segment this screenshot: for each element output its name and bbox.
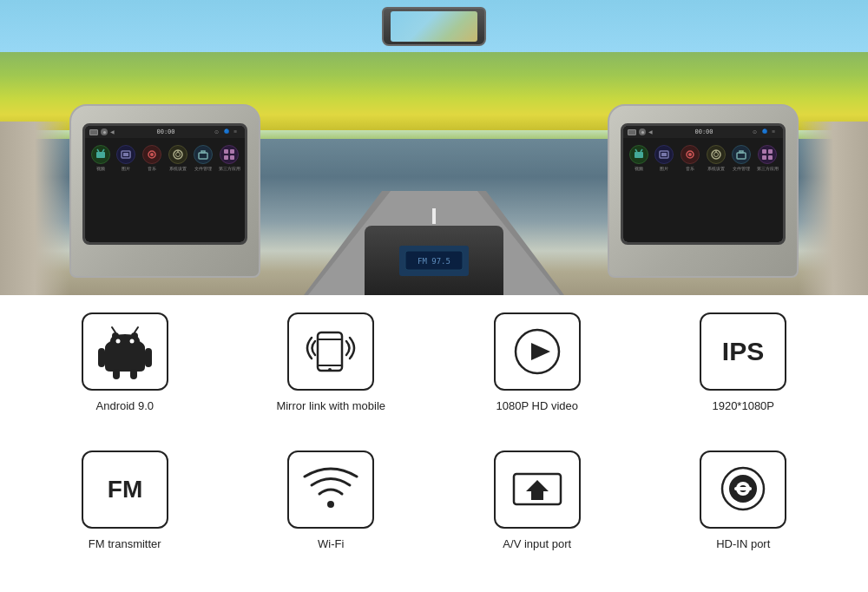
svg-point-52 [328,368,332,372]
svg-point-57 [327,501,334,508]
svg-rect-21 [635,152,643,158]
feature-android: Android 9.0 [26,312,224,437]
wifi-icon [300,461,361,517]
svg-rect-45 [98,348,105,367]
svg-rect-18 [230,149,234,154]
svg-line-6 [97,149,99,152]
center-console: FM 97.5 [365,226,503,295]
feature-av: A/V input port [438,451,636,576]
fm-icon-box: FM [82,451,168,529]
fm-label: FM transmitter [89,537,161,550]
svg-rect-19 [224,155,228,160]
svg-line-41 [112,327,115,332]
mirror-icon-box [287,312,374,391]
hd-label: HD-IN port [716,537,770,550]
svg-rect-9 [123,153,128,156]
svg-rect-25 [661,153,667,156]
svg-rect-33 [762,149,766,154]
svg-rect-20 [230,155,234,160]
svg-rect-34 [768,149,773,154]
svg-point-27 [688,153,692,156]
svg-line-42 [135,327,138,332]
wifi-label: Wi-Fi [318,537,344,550]
av-label: A/V input port [503,537,571,550]
svg-rect-5 [96,152,105,158]
hd-icon [713,461,773,517]
av-icon-box [494,451,581,529]
svg-point-11 [150,153,154,156]
svg-text:FM 97.5: FM 97.5 [418,257,450,266]
ips-icon: IPS [713,324,773,380]
svg-rect-35 [762,155,766,160]
svg-point-44 [129,339,134,343]
svg-rect-2 [432,208,436,224]
svg-marker-32 [740,151,743,153]
svg-text:IPS: IPS [722,337,764,365]
svg-marker-54 [531,343,550,360]
fm-icon: FM [95,461,155,517]
feature-wifi: Wi-Fi [233,451,431,576]
wifi-icon-box [287,451,374,529]
svg-rect-17 [224,149,228,154]
screen-right: ◀ 00:00 ⊙ 🔵 ≋ 视频 [621,123,786,245]
feature-mirror: Mirror link with mobile [233,312,431,437]
svg-rect-48 [130,369,137,379]
svg-line-23 [641,149,642,152]
av-icon [507,461,568,517]
headrest-left: ◀ 00:00 ⊙ 🔵 ≋ 视频 [69,104,260,278]
car-interior-image: ◀ 00:00 ⊙ 🔵 ≋ 视频 [0,0,868,295]
feature-fm: FM FM transmitter [26,451,224,576]
feature-hd: HD-IN port [645,451,843,576]
seat-right-edge [799,122,868,295]
rearview-mirror [382,7,486,46]
svg-rect-47 [113,369,120,379]
svg-rect-64 [734,487,752,490]
svg-rect-46 [145,348,152,367]
screen-left: ◀ 00:00 ⊙ 🔵 ≋ 视频 [82,123,247,245]
ips-icon-box: IPS [700,312,786,391]
svg-marker-16 [201,151,205,153]
hd-icon-box [700,451,786,529]
android-label: Android 9.0 [96,399,155,412]
headrest-right: ◀ 00:00 ⊙ 🔵 ≋ 视频 [608,104,799,278]
console-display: FM 97.5 [399,246,469,276]
svg-point-13 [175,153,180,157]
svg-marker-59 [526,480,549,500]
svg-point-43 [115,339,120,343]
feature-video: 1080P HD video [438,312,636,437]
svg-line-22 [635,149,637,152]
feature-ips: IPS 1920*1080P [645,312,843,437]
video-label: 1080P HD video [496,399,578,412]
svg-text:FM: FM [108,476,142,503]
svg-rect-31 [737,153,746,159]
ips-label: 1920*1080P [712,399,774,412]
features-grid: Android 9.0 Mirror link with mobile [26,312,842,575]
svg-rect-15 [199,153,207,159]
android-icon [95,324,155,380]
android-icon-box [82,312,168,391]
play-icon [507,324,568,380]
mirror-icon [300,324,361,380]
seat-left-edge [0,122,69,295]
svg-rect-36 [768,155,773,160]
video-icon-box [494,312,581,391]
svg-line-7 [102,149,104,152]
features-section: Android 9.0 Mirror link with mobile [0,295,868,592]
svg-point-29 [713,153,718,157]
mirror-label: Mirror link with mobile [276,399,385,412]
